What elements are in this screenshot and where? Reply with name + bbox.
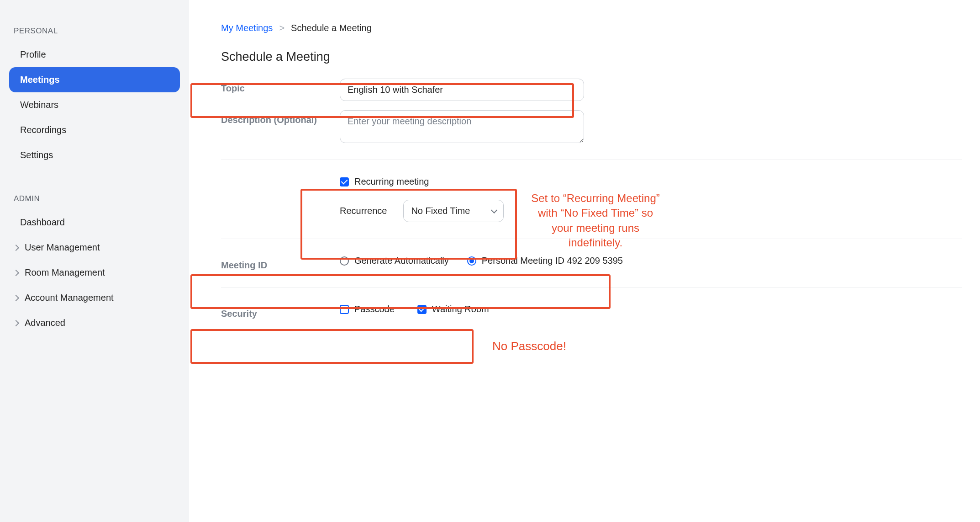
sidebar-section-personal: PERSONAL [9,18,180,42]
radio-personal-meeting-id[interactable]: Personal Meeting ID 492 209 5395 [467,256,623,266]
sidebar-item-advanced[interactable]: Advanced [9,310,180,336]
sidebar-item-room-management[interactable]: Room Management [9,260,180,285]
annotation-text-no-passcode: No Passcode! [481,338,577,354]
label-topic: Topic [221,79,340,94]
sidebar-item-label: Advanced [25,318,65,328]
recurring-meeting-checkbox[interactable]: Recurring meeting [340,176,504,187]
label-description: Description (Optional) [221,110,340,125]
recurring-meeting-label: Recurring meeting [354,176,429,187]
sidebar-item-label: Webinars [20,100,58,110]
section-meeting-id: Meeting ID Generate Automatically Person… [221,239,962,287]
sidebar-item-label: Dashboard [20,217,65,228]
label-security: Security [221,304,340,319]
radio-generate-automatically[interactable]: Generate Automatically [340,256,449,266]
chevron-right-icon [13,294,19,301]
sidebar-item-label: Settings [20,150,53,160]
sidebar-item-dashboard[interactable]: Dashboard [9,210,180,235]
label-meeting-id: Meeting ID [221,256,340,271]
sidebar-item-user-management[interactable]: User Management [9,235,180,260]
chevron-right-icon [13,269,19,276]
breadcrumb-separator-icon: > [279,23,285,33]
breadcrumb: My Meetings > Schedule a Meeting [221,23,962,33]
description-textarea[interactable] [340,110,584,143]
breadcrumb-current: Schedule a Meeting [291,23,372,33]
radio-icon [340,256,349,266]
checkbox-icon [340,305,349,314]
section-security: Security Passcode Waiting Room [221,287,962,336]
sidebar-item-recordings[interactable]: Recordings [9,117,180,143]
page-title: Schedule a Meeting [221,50,962,64]
row-topic: Topic [221,79,962,101]
sidebar-item-label: Room Management [25,267,105,278]
sidebar-item-account-management[interactable]: Account Management [9,285,180,310]
passcode-checkbox[interactable]: Passcode [340,304,395,314]
section-recurring: Recurring meeting Recurrence [221,160,962,239]
waiting-room-checkbox[interactable]: Waiting Room [417,304,489,314]
sidebar-item-meetings[interactable]: Meetings [9,67,180,92]
sidebar-item-label: Recordings [20,125,66,135]
label-recurrence: Recurrence [340,206,387,216]
sidebar-item-label: Meetings [20,75,60,85]
row-description: Description (Optional) [221,110,962,143]
section-basic: Topic Description (Optional) [221,79,962,160]
app-root: PERSONAL Profile Meetings Webinars Recor… [0,0,980,522]
checkbox-icon [417,305,427,314]
recurrence-select[interactable] [403,200,504,222]
breadcrumb-parent-link[interactable]: My Meetings [221,23,273,33]
radio-label: Personal Meeting ID 492 209 5395 [482,256,623,266]
passcode-label: Passcode [354,304,395,314]
checkbox-icon [340,177,349,186]
chevron-right-icon [13,320,19,326]
sidebar-section-admin: ADMIN [9,186,180,210]
chevron-right-icon [13,244,19,250]
sidebar-item-webinars[interactable]: Webinars [9,92,180,117]
radio-label: Generate Automatically [354,256,449,266]
sidebar: PERSONAL Profile Meetings Webinars Recor… [0,0,189,522]
sidebar-item-label: Profile [20,49,46,60]
recurrence-select-wrap [403,200,504,222]
sidebar-item-label: Account Management [25,293,114,303]
sidebar-item-profile[interactable]: Profile [9,42,180,67]
sidebar-item-label: User Management [25,242,100,253]
topic-input[interactable] [340,79,584,101]
sidebar-item-settings[interactable]: Settings [9,143,180,168]
radio-icon [467,256,476,266]
waiting-room-label: Waiting Room [432,304,489,314]
main-content: My Meetings > Schedule a Meeting Schedul… [189,0,980,522]
